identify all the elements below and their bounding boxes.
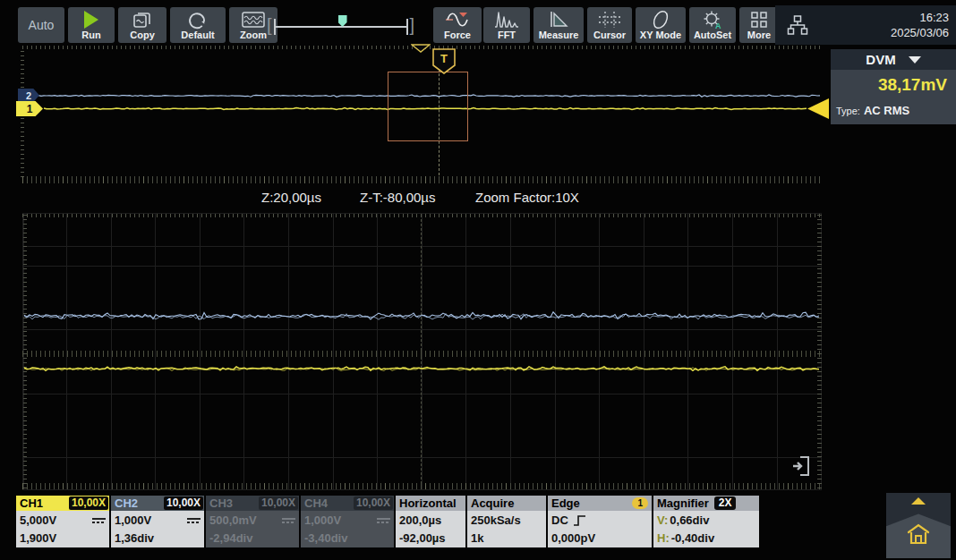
- zoom-window-box[interactable]: [388, 72, 468, 141]
- main-waveforms: [22, 213, 822, 490]
- ch3-probe-badge: 10,00X: [259, 496, 298, 510]
- dvm-header[interactable]: DVM: [831, 49, 956, 70]
- copy-button[interactable]: Copy: [118, 7, 166, 43]
- trigger-position-icon[interactable]: [411, 44, 431, 53]
- trigger-t-marker[interactable]: T: [432, 48, 456, 74]
- reset-arrow-icon: [170, 7, 226, 30]
- home-icon[interactable]: [905, 522, 932, 547]
- chevron-down-icon: [909, 56, 921, 64]
- dc-coupling-icon: [92, 518, 106, 523]
- ch2-probe-badge: 10,00X: [164, 496, 203, 510]
- magnifier-status-box[interactable]: Magnifier 2X V:0,66div H:-0,40div: [653, 496, 759, 547]
- crosshair-dashed-icon: [587, 7, 632, 30]
- oscilloscope-screen: Auto Run Copy Default: [0, 0, 956, 560]
- dvm-panel: DVM 38,17mV Type:AC RMS: [831, 49, 956, 124]
- copy-pages-icon: [118, 7, 166, 30]
- dc-coupling-icon: [377, 518, 390, 523]
- zoom-factor: Zoom Factor:10X: [475, 190, 579, 205]
- panel-expand-icon[interactable]: [791, 454, 813, 478]
- spectrum-icon: [483, 7, 530, 30]
- collapse-up-icon[interactable]: [911, 497, 926, 505]
- trigger-source-badge: 1: [632, 497, 648, 509]
- horizontal-position-slider[interactable]: [ ]: [267, 7, 431, 43]
- xy-mode-button[interactable]: XY Mode: [636, 7, 686, 43]
- ch3-status-box[interactable]: CH3 10,00X 500,0mV -2,94div: [206, 496, 299, 547]
- default-button[interactable]: Default: [170, 7, 226, 43]
- zoom-offset: Z-T:-80,00µs: [360, 190, 436, 205]
- zoom-readout: Z:20,00µs Z-T:-80,00µs Zoom Factor:10X: [0, 190, 824, 211]
- gear-a-icon: A: [689, 7, 736, 30]
- ch4-probe-badge: 10,00X: [354, 496, 393, 510]
- right-bracket: ]: [410, 15, 415, 36]
- svg-text:T: T: [440, 52, 448, 65]
- dvm-type: Type:AC RMS: [836, 104, 951, 117]
- ch2-status-box[interactable]: CH2 10,00X 1,000V 1,36div: [111, 496, 204, 547]
- left-bracket: [: [267, 15, 272, 36]
- four-squares-icon: [739, 7, 779, 30]
- home-panel: [886, 493, 951, 558]
- dvm-title: DVM: [866, 52, 895, 67]
- acquire-status-box[interactable]: Acquire 250kSa/s 1k: [467, 496, 546, 547]
- fft-button[interactable]: FFT: [483, 7, 530, 43]
- force-button[interactable]: Force: [433, 7, 482, 43]
- run-button[interactable]: Run: [68, 7, 115, 43]
- dvm-value: 38,17mV: [836, 75, 951, 95]
- dc-coupling-icon: [282, 518, 295, 523]
- magnifier-factor-badge: 2X: [714, 496, 737, 510]
- dc-coupling-icon: [187, 518, 201, 523]
- auto-button[interactable]: Auto: [18, 7, 64, 43]
- ch1-probe-badge: 10,00X: [69, 496, 108, 510]
- svg-text:A: A: [715, 21, 721, 30]
- more-button[interactable]: More: [739, 7, 779, 43]
- network-icon[interactable]: [775, 13, 809, 37]
- clock-date: 2025/03/06: [891, 25, 949, 40]
- sine-trigger-icon: [433, 7, 482, 30]
- ruler-triangle-icon: [533, 7, 584, 30]
- horizontal-status-box[interactable]: Horizontal 200,0µs -92,00µs: [396, 496, 465, 547]
- edge-status-box[interactable]: Edge 1 DC 0,000pV: [548, 496, 652, 547]
- cursor-button[interactable]: Cursor: [587, 7, 632, 43]
- zoom-timebase: Z:20,00µs: [261, 190, 321, 205]
- rising-edge-icon: [573, 514, 586, 527]
- play-icon: [68, 7, 115, 30]
- ch1-status-box[interactable]: CH1 10,00X 5,000V 1,900V: [16, 496, 109, 547]
- clock-time: 16:23: [891, 10, 949, 25]
- auto-label: Auto: [29, 20, 55, 31]
- autoset-button[interactable]: A AutoSet: [689, 7, 736, 43]
- trace-main-ch2-a: [24, 312, 819, 319]
- measure-button[interactable]: Measure: [533, 7, 584, 43]
- ellipse-icon: [636, 7, 686, 30]
- clock: 16:23 2025/03/06: [891, 10, 956, 40]
- toolbar-right-panel: 16:23 2025/03/06: [775, 5, 956, 45]
- ch4-status-box[interactable]: CH4 10,00X 1,000V -3,40div: [301, 496, 394, 547]
